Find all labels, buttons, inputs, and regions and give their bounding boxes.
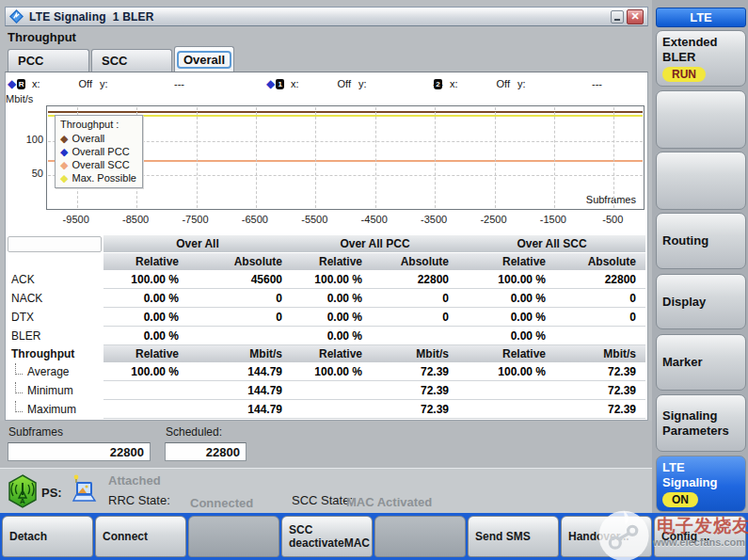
softkey-empty-2 — [374, 516, 466, 557]
table-cell: 144.79 — [188, 362, 292, 381]
tab-scc[interactable]: SCC — [91, 49, 172, 72]
rrc-state-label: RRC State: — [108, 493, 170, 507]
scc-state-label: SCC State: — [292, 493, 353, 507]
table-subheader: Relative — [458, 253, 555, 270]
sidebar-button-label: Display — [662, 295, 740, 310]
subframes-label: Subframes — [8, 425, 63, 439]
chart-vertical-gridline — [613, 107, 614, 208]
table-subheader: Relative — [292, 253, 372, 270]
softkey-handover[interactable]: Handover... — [561, 516, 652, 557]
chart-legend-item: ◆Overall PCC — [60, 145, 137, 158]
table-cell — [188, 327, 292, 345]
chart-vertical-gridline — [495, 107, 496, 208]
marker-y-value: --- — [536, 78, 602, 89]
marker-r-diamond-icon: ◆R — [8, 78, 32, 89]
chart-legend-item: ◆Overall SCC — [60, 158, 137, 171]
table-row-label-text: Minimum — [27, 384, 73, 397]
table-cell: 0 — [555, 289, 645, 308]
chart-legend: Throughput : ◆Overall◆Overall PCC◆Overal… — [55, 115, 143, 188]
softkey-send-sms[interactable]: Send SMS — [468, 516, 559, 557]
softkey-connect[interactable]: Connect — [95, 516, 186, 557]
table-cell: 0.00 % — [292, 289, 372, 308]
table-cell: 0.00 % — [458, 289, 555, 308]
window-titlebar[interactable]: LTE Signaling 1 BLER ✕ — [5, 7, 648, 26]
chart-x-tick-label: -500 — [584, 214, 641, 225]
chart-legend-items: ◆Overall◆Overall PCC◆Overall SCC◆Max. Po… — [60, 132, 137, 184]
table-cell: 144.79 — [188, 381, 292, 400]
ps-label: PS: — [41, 486, 62, 500]
table-row-label: NACK — [8, 289, 103, 308]
table-cell: 100.00 % — [103, 362, 188, 381]
table-cell: 100.00 % — [458, 362, 555, 381]
chart-legend-item: ◆Overall — [60, 132, 137, 145]
chart-vertical-gridline — [256, 107, 257, 208]
on-status-badge: ON — [662, 492, 698, 507]
sidebar-button-display[interactable]: Display — [656, 274, 746, 329]
sidebar-button-signaling-parameters[interactable]: Signaling Parameters — [656, 394, 746, 452]
table-group-header: Over All — [103, 235, 292, 253]
attach-state-value: Attached — [108, 473, 161, 488]
chart-vertical-gridline — [375, 107, 376, 208]
marker-1-diamond-icon: ◆1 — [266, 78, 291, 89]
marker-x-label: x: — [450, 78, 469, 89]
table-subheader-spacer — [8, 253, 103, 270]
sidebar-button-empty-2 — [656, 152, 746, 210]
table-cell — [103, 381, 188, 400]
legend-diamond-icon: ◆ — [60, 160, 68, 170]
softkey-scc-deactivate-mac[interactable]: SCC deactivateMAC — [281, 516, 373, 557]
table-subheader: Absolute — [372, 253, 458, 270]
sidebar-button-extended-bler[interactable]: Extended BLER RUN — [656, 30, 746, 87]
table-cell: 0 — [188, 308, 292, 327]
table-cell — [292, 381, 372, 400]
tree-branch-icon — [15, 363, 24, 375]
tree-branch-icon — [15, 382, 24, 393]
table-cell: 0 — [372, 308, 458, 327]
ps-antenna-icon: A — [8, 474, 38, 508]
table-subheader: Mbit/s — [372, 345, 458, 362]
table-subheader: Mbit/s — [555, 345, 645, 362]
softkey-label: Detach — [9, 530, 47, 543]
table-row-label-text: Maximum — [27, 403, 76, 416]
marker-x-label: x: — [291, 78, 310, 89]
legend-item-label: Overall PCC — [72, 145, 129, 158]
marker-x-value: Off — [310, 78, 358, 89]
table-cell: 22800 — [555, 270, 645, 289]
sidebar-button-label: Routing — [662, 233, 740, 248]
rrc-state-value: Connected — [190, 496, 253, 510]
ue-laptop-icon — [70, 472, 98, 504]
run-status-badge: RUN — [662, 67, 706, 82]
marker-readout-2: ◆1 x: Off y: --- — [266, 76, 443, 91]
sidebar-button-routing[interactable]: Routing — [656, 213, 746, 269]
chart-legend-title: Throughput : — [60, 119, 137, 130]
softkey-detach[interactable]: Detach — [2, 516, 93, 557]
svg-text:A: A — [20, 497, 25, 505]
close-button-icon[interactable]: ✕ — [627, 9, 644, 24]
tab-overall-label: Overall — [177, 51, 231, 69]
sidebar-button-label: Signaling Parameters — [662, 408, 740, 439]
marker-readout-3: 2 x: Off y: --- — [433, 76, 602, 91]
softkey-empty-1 — [188, 516, 279, 557]
softkey-label: SCC deactivateMAC — [289, 523, 370, 550]
table-row-label: BLER — [8, 327, 103, 345]
table-cell: 0 — [372, 289, 458, 308]
subframes-input[interactable]: 22800 — [8, 442, 151, 461]
softkey-config[interactable]: Config ... — [654, 516, 746, 557]
marker-x-value: Off — [469, 78, 517, 89]
sidebar-button-label: Extended BLER — [662, 35, 740, 65]
tab-overall[interactable]: Overall — [174, 46, 234, 72]
scheduled-input[interactable]: 22800 — [165, 442, 247, 461]
chart-y-tick-label: 50 — [19, 168, 43, 179]
sidebar-button-lte-signaling[interactable]: LTE Signaling ON — [656, 456, 746, 512]
minimize-button-icon[interactable] — [611, 10, 624, 24]
results-table: Over AllOver All PCCOver All SCCRelative… — [8, 235, 645, 419]
tree-branch-icon — [15, 401, 24, 412]
table-cell — [458, 381, 555, 400]
sidebar-button-marker[interactable]: Marker — [656, 334, 746, 391]
sidebar-button-empty-1 — [656, 90, 746, 149]
table-subheader: Relative — [103, 345, 188, 362]
chart-x-tick-label: -7500 — [167, 214, 224, 225]
tab-pcc[interactable]: PCC — [8, 49, 89, 72]
table-subheader: Relative — [458, 345, 555, 362]
table-cell: 72.39 — [555, 400, 645, 419]
table-cell — [292, 400, 372, 419]
